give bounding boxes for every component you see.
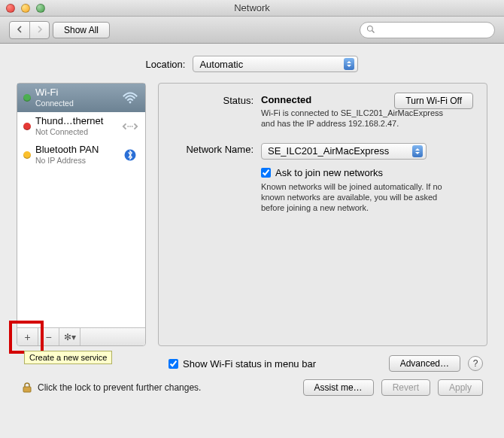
service-item-bluetooth-pan[interactable]: Bluetooth PAN No IP Address (17, 141, 145, 169)
status-label: Status: (172, 94, 254, 129)
lock-text: Click the lock to prevent further change… (38, 382, 201, 393)
location-value: Automatic (199, 59, 243, 70)
ask-to-join-description: Known networks will be joined automatica… (261, 181, 457, 214)
svg-point-4 (129, 126, 131, 127)
svg-point-5 (132, 126, 133, 127)
svg-point-2 (129, 101, 132, 103)
popup-arrows-icon (344, 58, 354, 70)
add-service-button[interactable]: + (17, 328, 38, 345)
revert-button[interactable]: Revert (381, 379, 430, 396)
help-button[interactable]: ? (468, 356, 483, 371)
wifi-icon (121, 90, 139, 105)
status-dot-icon (23, 151, 31, 159)
bluetooth-icon (121, 148, 139, 163)
network-name-value: SE_ILC201_AirMacExpress (268, 145, 389, 157)
apply-button[interactable]: Apply (438, 379, 483, 396)
ask-to-join-checkbox[interactable] (261, 168, 271, 178)
lock-icon[interactable] (21, 382, 33, 394)
status-dot-icon (23, 123, 31, 130)
svg-point-3 (127, 126, 129, 127)
assist-me-button[interactable]: Assist me… (303, 379, 374, 396)
advanced-button[interactable]: Advanced… (389, 355, 460, 372)
service-name: Bluetooth PAN (35, 144, 117, 156)
network-name-label: Network Name: (172, 143, 254, 214)
nav-forward-button[interactable] (29, 22, 49, 38)
show-menubar-label: Show Wi-Fi status in menu bar (183, 358, 316, 370)
svg-rect-7 (23, 387, 31, 392)
service-state: Connected (35, 99, 117, 108)
search-icon (366, 25, 378, 35)
network-name-popup[interactable]: SE_ILC201_AirMacExpress (261, 143, 427, 160)
show-all-button[interactable]: Show All (53, 22, 110, 38)
popup-arrows-icon (412, 145, 423, 157)
service-action-menu-button[interactable]: ✻▾ (59, 328, 80, 345)
service-name: Wi-Fi (35, 87, 117, 99)
service-item-wifi[interactable]: Wi-Fi Connected (17, 84, 145, 112)
svg-point-0 (368, 26, 373, 31)
search-field[interactable] (360, 22, 495, 38)
detail-panel: Turn Wi-Fi Off Status: Connected Wi-Fi i… (158, 83, 487, 346)
show-menubar-checkbox[interactable] (169, 359, 178, 369)
svg-line-1 (372, 30, 375, 32)
service-name: Thund…thernet (35, 116, 117, 127)
location-label: Location: (146, 59, 186, 70)
status-dot-icon (23, 94, 31, 102)
status-value: Connected (261, 94, 311, 105)
location-popup[interactable]: Automatic (193, 56, 358, 72)
service-list: Wi-Fi Connected Thund…thernet Not Connec… (17, 84, 145, 327)
tooltip-text: Create a new service (29, 353, 107, 362)
nav-segmented (9, 21, 50, 39)
ask-to-join-label: Ask to join new networks (275, 167, 383, 178)
status-description: Wi-Fi is connected to SE_ILC201_AirMacEx… (261, 108, 457, 129)
service-state: Not Connected (35, 127, 117, 136)
service-sidebar: Wi-Fi Connected Thund…thernet Not Connec… (17, 83, 146, 346)
remove-service-button[interactable]: − (38, 328, 59, 345)
tooltip: Create a new service (24, 351, 112, 364)
service-state: No IP Address (35, 156, 117, 165)
turn-wifi-off-button[interactable]: Turn Wi-Fi Off (394, 93, 473, 109)
ethernet-icon (121, 119, 139, 134)
window-title: Network (0, 2, 504, 14)
nav-back-button[interactable] (10, 22, 29, 38)
service-item-thunderbolt-ethernet[interactable]: Thund…thernet Not Connected (17, 112, 145, 141)
